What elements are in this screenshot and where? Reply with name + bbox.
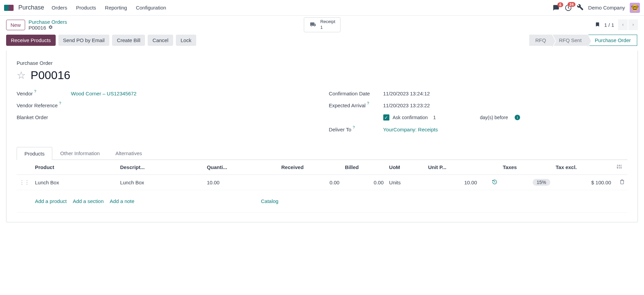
menu-products[interactable]: Products <box>76 5 96 11</box>
create-bill-button[interactable]: Create Bill <box>112 35 145 46</box>
column-options-icon[interactable] <box>614 160 627 175</box>
tools-icon[interactable] <box>577 4 584 12</box>
breadcrumb-parent[interactable]: Purchase Orders <box>29 19 67 25</box>
menu-reporting[interactable]: Reporting <box>105 5 127 11</box>
tab-other-information[interactable]: Other Information <box>52 147 108 160</box>
tabs: Products Other Information Alternatives <box>17 147 627 160</box>
record-type-label: Purchase Order <box>17 60 627 66</box>
activities-icon[interactable]: 24 <box>565 4 572 12</box>
breadcrumb: Purchase Orders P00016 <box>29 19 67 31</box>
menu-orders[interactable]: Orders <box>52 5 67 11</box>
app-logo[interactable] <box>4 5 14 11</box>
truck-icon <box>309 21 317 29</box>
messages-badge: 6 <box>557 2 563 7</box>
catalog-link[interactable]: Catalog <box>261 198 278 204</box>
user-avatar[interactable]: 🤓 <box>630 3 640 13</box>
cell-taxes[interactable]: 15% <box>500 175 553 190</box>
breadcrumb-current: P00016 <box>29 25 67 31</box>
help-icon[interactable]: ? <box>367 101 369 105</box>
expected-arrival-label: Expected Arrival? <box>329 103 383 108</box>
cell-description[interactable]: Lunch Box <box>117 175 204 190</box>
order-lines-table: Product Descript... Quanti... Received B… <box>17 160 627 213</box>
pager-next[interactable] <box>628 19 638 30</box>
cell-billed[interactable]: 0.00 <box>342 175 386 190</box>
top-nav: Purchase Orders Products Reporting Confi… <box>0 0 644 16</box>
col-product[interactable]: Product <box>32 160 117 175</box>
cell-uom[interactable]: Units <box>386 175 425 190</box>
cell-product[interactable]: Lunch Box <box>32 175 117 190</box>
pager-prev[interactable] <box>618 19 628 30</box>
drag-handle-icon[interactable]: ⋮⋮ <box>17 175 32 190</box>
company-name[interactable]: Demo Company <box>588 5 625 11</box>
help-icon[interactable]: ? <box>59 101 61 105</box>
days-before-label: day(s) before <box>439 115 508 120</box>
add-product-link[interactable]: Add a product <box>35 198 67 204</box>
bookmark-icon[interactable] <box>595 21 600 29</box>
fields-right: Confirmation Date 11/20/2023 13:24:12 Ex… <box>329 91 628 139</box>
info-icon[interactable]: i <box>515 115 520 120</box>
title-row: ☆ P00016 <box>17 69 627 82</box>
col-billed[interactable]: Billed <box>342 160 386 175</box>
vendor-label: Vendor? <box>17 91 71 96</box>
help-icon[interactable]: ? <box>34 89 36 93</box>
ask-confirmation-days[interactable]: 1 <box>433 115 436 120</box>
gear-icon[interactable] <box>48 25 53 31</box>
send-po-button[interactable]: Send PO by Email <box>58 35 110 46</box>
favorite-star-icon[interactable]: ☆ <box>17 69 26 81</box>
col-quantity[interactable]: Quanti... <box>204 160 278 175</box>
fields-left: Vendor? Wood Corner – US12345672 Vendor … <box>17 91 315 139</box>
receipt-text: Receipt 1 <box>320 19 335 31</box>
pager-text: 1 / 1 <box>604 22 614 28</box>
history-icon[interactable] <box>480 175 500 190</box>
fields-grid: Vendor? Wood Corner – US12345672 Vendor … <box>17 91 627 139</box>
receipt-label: Receipt <box>320 19 335 25</box>
receipt-stat-button[interactable]: Receipt 1 <box>303 17 340 32</box>
status-rfq-sent[interactable]: RFQ Sent <box>553 35 588 46</box>
pager-buttons <box>618 19 638 30</box>
messages-icon[interactable]: 6 <box>552 4 560 11</box>
col-tax-excl[interactable]: Tax excl. <box>553 160 614 175</box>
cell-quantity[interactable]: 10.00 <box>204 175 278 190</box>
table-row[interactable]: ⋮⋮ Lunch Box Lunch Box 10.00 0.00 0.00 U… <box>17 175 627 190</box>
action-bar: Receive Products Send PO by Email Create… <box>0 35 644 51</box>
cell-received[interactable]: 0.00 <box>278 175 342 190</box>
add-note-link[interactable]: Add a note <box>110 198 134 204</box>
activities-badge: 24 <box>568 2 575 7</box>
new-button[interactable]: New <box>6 20 25 30</box>
col-uom[interactable]: UoM <box>386 160 425 175</box>
status-purchase-order[interactable]: Purchase Order <box>588 35 637 46</box>
menu-configuration[interactable]: Configuration <box>136 5 166 11</box>
pager: 1 / 1 <box>595 19 638 30</box>
ask-confirmation-checkbox[interactable]: ✓ <box>383 114 389 121</box>
deliver-to-label: Deliver To? <box>329 127 383 132</box>
breadcrumb-bar: New Purchase Orders P00016 Receipt 1 1 /… <box>0 16 644 35</box>
cancel-button[interactable]: Cancel <box>148 35 173 46</box>
form-card: Purchase Order ☆ P00016 Vendor? Wood Cor… <box>6 51 638 222</box>
receive-products-button[interactable]: Receive Products <box>6 35 56 46</box>
col-received[interactable]: Received <box>278 160 342 175</box>
col-taxes[interactable]: Taxes <box>500 160 553 175</box>
cell-tax-excl: $ 100.00 <box>553 175 614 190</box>
confirmation-date-value: 11/20/2023 13:24:12 <box>383 91 430 96</box>
blanket-order-label: Blanket Order <box>17 114 71 120</box>
tab-products[interactable]: Products <box>17 147 52 160</box>
col-unit-price[interactable]: Unit P... <box>425 160 480 175</box>
vendor-value[interactable]: Wood Corner – US12345672 <box>71 91 136 96</box>
ask-confirmation-row: ✓ Ask confirmation 1 day(s) before i <box>383 114 520 121</box>
receipt-count: 1 <box>320 25 335 31</box>
deliver-to-value[interactable]: YourCompany: Receipts <box>383 127 438 132</box>
status-rfq[interactable]: RFQ <box>529 35 552 46</box>
lock-button[interactable]: Lock <box>176 35 196 46</box>
col-description[interactable]: Descript... <box>117 160 204 175</box>
main-menu: Orders Products Reporting Configuration <box>52 5 166 11</box>
delete-row-icon[interactable] <box>614 175 627 190</box>
ask-confirmation-label: Ask confirmation <box>393 115 428 120</box>
add-section-link[interactable]: Add a section <box>73 198 104 204</box>
cell-unit-price[interactable]: 10.00 <box>425 175 480 190</box>
breadcrumb-current-text: P00016 <box>29 25 46 31</box>
help-icon[interactable]: ? <box>353 125 355 129</box>
expected-arrival-value[interactable]: 11/20/2023 13:23:22 <box>383 103 430 108</box>
add-row: Add a product Add a section Add a note C… <box>17 190 627 213</box>
app-name[interactable]: Purchase <box>18 4 44 11</box>
tab-alternatives[interactable]: Alternatives <box>108 147 150 160</box>
